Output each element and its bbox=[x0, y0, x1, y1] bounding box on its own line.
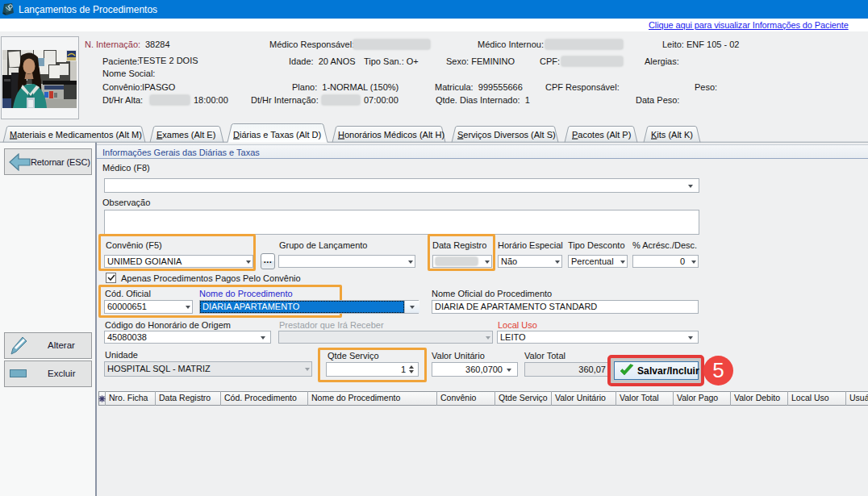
svg-text:Serviços Diversos (Alt S): Serviços Diversos (Alt S) bbox=[457, 130, 556, 140]
svg-text:Pacotes (Alt P): Pacotes (Alt P) bbox=[572, 130, 631, 140]
svg-text:Kits (Alt K): Kits (Alt K) bbox=[651, 130, 693, 140]
svg-text:Materiais e Medicamentos (Alt: Materiais e Medicamentos (Alt M) bbox=[10, 130, 142, 140]
svg-text:Honorários Médicos (Alt H): Honorários Médicos (Alt H) bbox=[338, 130, 444, 140]
svg-text:Diárias e Taxas (Alt D): Diárias e Taxas (Alt D) bbox=[233, 130, 321, 140]
svg-text:Exames (Alt E): Exames (Alt E) bbox=[156, 130, 215, 140]
